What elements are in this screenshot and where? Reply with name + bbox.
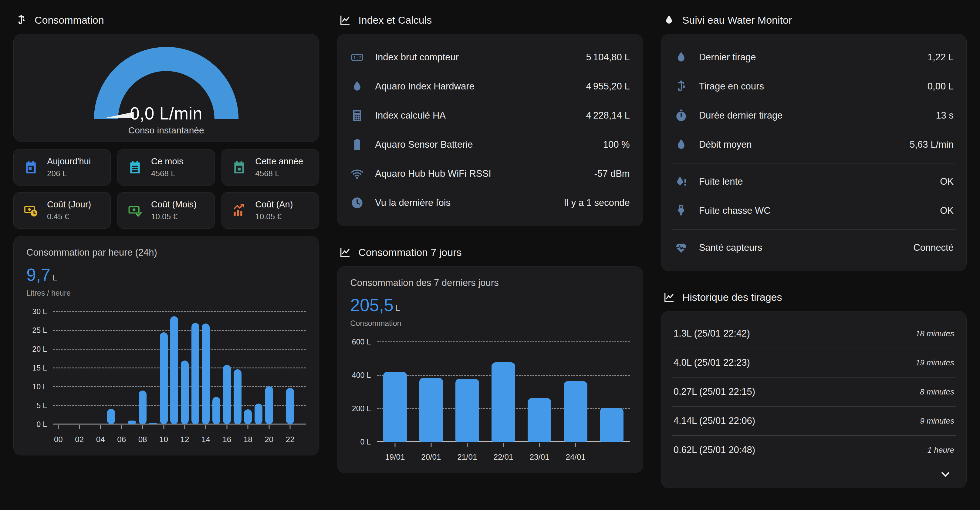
entity-label: Aquaro Sensor Batterie [375, 139, 592, 150]
weekly-subtitle: Consommation [350, 319, 630, 328]
water-dashboard: Consommation 0,0 L/min Conso instantanée… [0, 0, 980, 497]
x-slot: 12 [180, 424, 190, 444]
x-slot: 16 [222, 424, 232, 444]
stat-label: Cette année [255, 156, 303, 167]
history-row[interactable]: 0.27L (25/01 22:15)8 minutes [662, 378, 966, 406]
entity-value: 13 s [936, 110, 954, 121]
bar-slot [158, 332, 169, 424]
entity-row-d-bit-moyen[interactable]: Débit moyen5,63 L/min [662, 130, 966, 159]
gauge-card[interactable]: 0,0 L/min Conso instantanée [13, 34, 319, 142]
entity-row-index-calcul-ha[interactable]: Index calculé HA4 228,14 L [337, 101, 642, 130]
x-tick-label: 16 [223, 435, 231, 444]
stat-button-ce-mois[interactable]: Ce mois4568 L [118, 149, 215, 186]
stat-button-co-t-an[interactable]: Coût (An)10.05 € [221, 192, 319, 229]
stat-label: Aujourd'hui [47, 156, 91, 167]
section-title: Historique des tirages [682, 291, 782, 303]
entity-row-sant-capteurs[interactable]: Santé capteursConnecté [662, 233, 966, 262]
gauge-label: Conso instantanée [128, 125, 204, 135]
history-row[interactable]: 0.62L (25/01 20:48)1 heure [662, 436, 966, 464]
section-header-index: Index et Calculs [339, 14, 641, 26]
entity-row-tirage-en-cours[interactable]: Tirage en cours0,00 L [662, 72, 966, 101]
column-consommation: Consommation 0,0 L/min Conso instantanée… [13, 8, 319, 488]
bar-slot [285, 388, 296, 424]
x-slot [296, 424, 306, 444]
bar-slot [169, 316, 180, 424]
weekly-chart-card: Consommation des 7 derniers jours 205,5 … [337, 266, 643, 473]
chevron-down-icon[interactable] [939, 467, 952, 481]
calculator-icon [350, 108, 364, 122]
weekly-value: 205,5 [350, 297, 393, 313]
history-expand-row [662, 464, 966, 488]
y-tick-label: 0 L [360, 437, 371, 446]
history-row[interactable]: 4.14L (25/01 22:06)9 minutes [662, 407, 966, 435]
x-slot [148, 424, 158, 444]
history-row[interactable]: 4.0L (25/01 22:23)19 minutes [662, 348, 966, 377]
entity-label: Durée dernier tirage [699, 110, 925, 121]
entity-value: OK [940, 205, 954, 216]
x-slot [127, 424, 137, 444]
calendar-today-icon [23, 160, 38, 175]
x-slot: 18 [243, 424, 253, 444]
stat-label: Coût (Jour) [47, 200, 91, 210]
entity-value: 4 955,20 L [586, 81, 630, 92]
bars [53, 311, 306, 424]
entity-row-index-brut-compteur[interactable]: 12Index brut compteur5 104,80 L [337, 43, 642, 72]
x-tick-label: 10 [159, 435, 168, 444]
entity-row-dur-e-dernier-tirage[interactable]: Durée dernier tirage13 s [662, 101, 966, 130]
x-axis: 19/0120/0121/0122/0123/0124/01 [377, 442, 630, 462]
x-tick-label: 22/01 [493, 453, 513, 462]
x-slot: 04 [95, 424, 106, 444]
column-index: Index et Calculs 12Index brut compteur5 … [337, 8, 643, 488]
column-monitor: Suivi eau Water Monitor Dernier tirage1,… [661, 8, 967, 488]
history-duration: 8 minutes [920, 387, 954, 397]
section-header-monitor: Suivi eau Water Monitor [663, 14, 965, 26]
bar-15 [212, 397, 220, 424]
section-title: Index et Calculs [358, 14, 432, 26]
bar-19/01 [383, 372, 407, 442]
bar-19 [255, 404, 262, 424]
toilet-icon [674, 204, 688, 218]
entity-row-dernier-tirage[interactable]: Dernier tirage1,22 L [662, 43, 966, 72]
bar-20/01 [419, 378, 443, 442]
bar-08 [138, 391, 146, 424]
history-duration: 9 minutes [920, 416, 954, 426]
bar-21/01 [455, 379, 479, 442]
entity-row-aquaro-hub-hub-wifi-rssi[interactable]: Aquaro Hub Hub WiFi RSSI-57 dBm [337, 159, 642, 188]
stat-button-co-t-mois[interactable]: Coût (Mois)10.05 € [118, 192, 215, 229]
entity-row-vu-la-derni-re-fois[interactable]: Vu la dernière foisIl y a 1 seconde [337, 188, 642, 218]
bar-05 [107, 409, 115, 424]
stat-button-co-t-jour[interactable]: Coût (Jour)0.45 € [13, 192, 111, 229]
entity-row-fuite-chasse-wc[interactable]: Fuite chasse WCOK [662, 196, 966, 225]
entity-label: Fuite lente [699, 176, 929, 187]
bar-slot [449, 379, 485, 442]
stat-button-aujourd-hui[interactable]: Aujourd'hui206 L [13, 149, 111, 186]
chart-line-icon [339, 14, 351, 26]
timer-icon [674, 108, 688, 122]
stat-button-cette-ann-e[interactable]: Cette année4568 L [221, 149, 319, 186]
entity-row-aquaro-sensor-batterie[interactable]: Aquaro Sensor Batterie100 % [337, 130, 642, 159]
entity-row-aquaro-index-hardware[interactable]: Aquaro Index Hardware4 955,20 L [337, 72, 642, 101]
x-slot [64, 424, 74, 444]
bar-23/01 [528, 398, 551, 442]
weekly-big-value: 205,5 L [350, 297, 630, 313]
cash-clock-icon [23, 203, 38, 218]
bar-12 [181, 361, 189, 424]
history-row[interactable]: 1.3L (25/01 22:42)18 minutes [662, 319, 966, 348]
stat-label: Ce mois [151, 156, 183, 167]
section-header-7jours: Consommation 7 jours [339, 246, 641, 258]
history-card: 1.3L (25/01 22:42)18 minutes4.0L (25/01 … [661, 311, 967, 488]
stat-value: 0.45 € [47, 212, 91, 221]
y-tick-label: 10 L [32, 382, 47, 391]
x-slot [190, 424, 200, 444]
x-tick [79, 425, 80, 429]
bar-slot [127, 421, 137, 424]
x-tick-label: 24/01 [566, 453, 585, 462]
history-label: 4.14L (25/01 22:06) [674, 415, 755, 426]
gauge-value: 0,0 L/min [88, 103, 245, 123]
battery-icon [350, 138, 364, 152]
index-rows: 12Index brut compteur5 104,80 LAquaro In… [337, 34, 642, 226]
entity-row-fuite-lente[interactable]: Fuite lenteOK [662, 167, 966, 196]
x-tick [205, 425, 206, 429]
water-drop-icon [663, 14, 675, 26]
bar-slot [180, 361, 190, 424]
